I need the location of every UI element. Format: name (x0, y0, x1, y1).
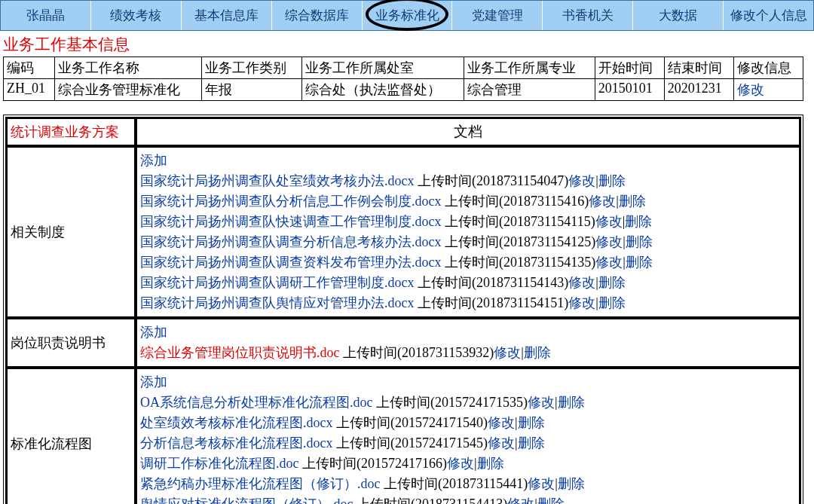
nav-item-0[interactable]: 张晶晶 (1, 1, 91, 30)
col-header-1: 业务工作名称 (55, 57, 201, 79)
nav-item-5[interactable]: 党建管理 (452, 1, 543, 30)
add-file-link[interactable]: 添加 (140, 151, 167, 171)
file-link[interactable]: 国家统计局扬州调查队快速调查工作管理制度.docx (140, 214, 442, 229)
file-delete-link[interactable]: 删除 (626, 255, 653, 270)
file-delete-link[interactable]: 删除 (558, 476, 585, 491)
doc-section-files: 添加国家统计局扬州调查队处室绩效考核办法.docx 上传时间(201873115… (136, 146, 800, 318)
file-row: 国家统计局扬州调查队快速调查工作管理制度.docx 上传时间(201873115… (140, 212, 796, 232)
doc-section-label: 岗位职责说明书 (6, 318, 136, 368)
cell-start: 20150101 (595, 79, 664, 101)
file-edit-link[interactable]: 修改 (488, 435, 515, 451)
col-header-2: 业务工作类别 (201, 57, 301, 79)
file-link[interactable]: 国家统计局扬州调查队处室绩效考核办法.docx (140, 173, 415, 188)
doc-section-label: 相关制度 (6, 146, 136, 318)
cell-edit[interactable]: 修改 (733, 79, 803, 101)
col-header-6: 结束时间 (664, 57, 733, 79)
cell-dept: 综合处（执法监督处） (301, 79, 464, 101)
doc-section-files: 添加综合业务管理岗位职责说明书.doc 上传时间(2018731153932)修… (136, 318, 800, 368)
col-header-4: 业务工作所属专业 (464, 57, 595, 79)
file-delete-link[interactable]: 删除 (524, 345, 551, 360)
file-upload-time: 上传时间(2018731154413) (357, 496, 507, 504)
file-link[interactable]: 国家统计局扬州调查队舆情应对管理办法.docx (140, 295, 415, 310)
file-delete-link[interactable]: 删除 (598, 173, 626, 188)
file-link[interactable]: 国家统计局扬州调查队调查资料发布管理办法.docx (140, 255, 442, 270)
nav-item-8[interactable]: 修改个人信息 (724, 1, 813, 30)
file-row: 国家统计局扬州调查队分析信息工作例会制度.docx 上传时间(201873115… (140, 191, 796, 212)
docs-table: 统计调查业务方案 文档 相关制度添加国家统计局扬州调查队处室绩效考核办法.doc… (3, 115, 803, 504)
file-upload-time: 上传时间(2015724171545) (336, 435, 488, 451)
highlight-circle (366, 0, 448, 31)
file-delete-link[interactable]: 删除 (619, 194, 646, 209)
file-edit-link[interactable]: 修改 (589, 194, 616, 209)
nav-item-2[interactable]: 基本信息库 (182, 1, 272, 30)
nav-item-3[interactable]: 综合数据库 (272, 1, 363, 30)
file-row: 紧急约稿办理标准化流程图（修订）.doc 上传时间(201873115441)修… (140, 474, 796, 494)
file-edit-link[interactable]: 修改 (568, 295, 595, 310)
file-upload-time: 上传时间(201873115416) (445, 194, 589, 209)
file-link[interactable]: 分析信息考核标准化流程图.docx (140, 435, 333, 451)
file-row: 综合业务管理岗位职责说明书.doc 上传时间(2018731153932)修改|… (140, 343, 796, 363)
file-upload-time: 上传时间(2018731153932) (343, 345, 494, 360)
add-file-link[interactable]: 添加 (140, 322, 167, 343)
file-link[interactable]: OA系统信息分析处理标准化流程图.doc (140, 395, 373, 410)
file-delete-link[interactable]: 删除 (518, 415, 545, 430)
file-edit-link[interactable]: 修改 (528, 395, 555, 410)
file-upload-time: 上传时间(2015724171540) (336, 415, 488, 430)
nav-item-6[interactable]: 书香机关 (543, 1, 633, 30)
file-row: 舆情应对标准化流程图（修订）.doc 上传时间(2018731154413)修改… (140, 494, 796, 504)
section-title-basic: 业务工作基本信息 (0, 31, 814, 57)
nav-item-1[interactable]: 绩效考核 (91, 1, 182, 30)
col-header-3: 业务工作所属处室 (301, 57, 464, 79)
file-upload-time: 上传时间(2015724171535) (376, 395, 528, 410)
doc-section-label: 标准化流程图 (6, 368, 136, 504)
file-row: 国家统计局扬州调查队调研工作管理制度.docx 上传时间(20187311541… (140, 273, 796, 293)
file-edit-link[interactable]: 修改 (568, 275, 595, 290)
file-link[interactable]: 国家统计局扬州调查队分析信息工作例会制度.docx (140, 194, 442, 209)
add-file-link[interactable]: 添加 (140, 372, 167, 393)
file-delete-link[interactable]: 删除 (558, 395, 585, 410)
file-upload-time: 上传时间(2018731154115) (445, 214, 595, 229)
file-upload-time: 上传时间(2018731154135) (445, 255, 595, 270)
file-delete-link[interactable]: 删除 (626, 234, 653, 249)
file-delete-link[interactable]: 删除 (518, 435, 545, 451)
table-row: ZH_01 综合业务管理标准化 年报 综合处（执法监督处） 综合管理 20150… (4, 79, 803, 101)
file-edit-link[interactable]: 修改 (488, 415, 515, 430)
nav-item-4[interactable]: 业务标准化 (363, 1, 453, 30)
top-nav: 张晶晶绩效考核基本信息库综合数据库业务标准化党建管理书香机关大数据修改个人信息 (0, 0, 814, 31)
file-link[interactable]: 国家统计局扬州调查队调研工作管理制度.docx (140, 275, 415, 290)
file-link[interactable]: 处室绩效考核标准化流程图.docx (140, 415, 333, 430)
cell-name: 综合业务管理标准化 (55, 79, 201, 101)
file-delete-link[interactable]: 删除 (598, 295, 626, 310)
file-row: 国家统计局扬州调查队舆情应对管理办法.docx 上传时间(20187311541… (140, 293, 796, 313)
file-delete-link[interactable]: 删除 (537, 496, 565, 504)
file-link[interactable]: 舆情应对标准化流程图（修订）.doc (140, 496, 353, 504)
col-header-5: 开始时间 (595, 57, 664, 79)
basic-info-table: 编码业务工作名称业务工作类别业务工作所属处室业务工作所属专业开始时间结束时间修改… (3, 57, 803, 101)
file-link[interactable]: 综合业务管理岗位职责说明书.doc (140, 345, 340, 360)
file-row: 国家统计局扬州调查队调查资料发布管理办法.docx 上传时间(201873115… (140, 252, 796, 273)
file-link[interactable]: 调研工作标准化流程图.doc (140, 456, 299, 471)
cell-end: 20201231 (664, 79, 733, 101)
file-edit-link[interactable]: 修改 (595, 234, 623, 249)
cell-type: 年报 (201, 79, 301, 101)
file-link[interactable]: 国家统计局扬州调查队调查分析信息考核办法.docx (140, 234, 442, 249)
file-row: 调研工作标准化流程图.doc 上传时间(201572417166)修改|删除 (140, 454, 796, 474)
docs-header-left: 统计调查业务方案 (6, 118, 136, 146)
file-upload-time: 上传时间(2018731154151) (418, 295, 568, 310)
file-row: 国家统计局扬州调查队处室绩效考核办法.docx 上传时间(20187311540… (140, 171, 796, 191)
file-row: 国家统计局扬州调查队调查分析信息考核办法.docx 上传时间(201873115… (140, 232, 796, 252)
file-edit-link[interactable]: 修改 (568, 173, 595, 188)
file-edit-link[interactable]: 修改 (447, 456, 474, 471)
file-link[interactable]: 紧急约稿办理标准化流程图（修订）.doc (140, 476, 381, 491)
file-edit-link[interactable]: 修改 (507, 496, 534, 504)
file-edit-link[interactable]: 修改 (595, 214, 623, 229)
file-delete-link[interactable]: 删除 (598, 275, 626, 290)
file-row: 处室绩效考核标准化流程图.docx 上传时间(2015724171540)修改|… (140, 413, 796, 433)
file-edit-link[interactable]: 修改 (595, 255, 623, 270)
doc-section-files: 添加OA系统信息分析处理标准化流程图.doc 上传时间(201572417153… (136, 368, 800, 504)
file-edit-link[interactable]: 修改 (528, 476, 555, 491)
file-edit-link[interactable]: 修改 (494, 345, 521, 360)
nav-item-7[interactable]: 大数据 (633, 1, 724, 30)
file-delete-link[interactable]: 删除 (477, 456, 504, 471)
file-delete-link[interactable]: 删除 (625, 214, 652, 229)
